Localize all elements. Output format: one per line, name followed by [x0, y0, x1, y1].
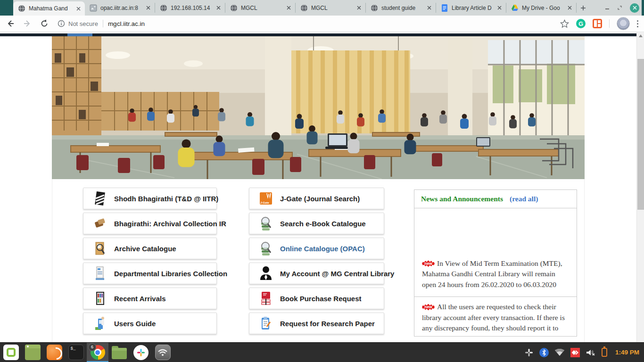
link-label: Search e-Book Catalogue — [280, 220, 366, 228]
close-icon[interactable] — [566, 4, 573, 12]
link-book-purchase[interactable]: Book Purchase Request — [249, 288, 384, 309]
bookmark-star-icon[interactable] — [560, 19, 569, 28]
tab-ip-address[interactable]: 192.168.105.14 — [155, 3, 225, 13]
guide-kiosk-icon — [94, 315, 106, 331]
thesis-stack-icon — [94, 190, 106, 206]
volume-muted-icon[interactable] — [586, 349, 595, 356]
link-research-paper-request[interactable]: Request for Research Paper — [249, 313, 384, 334]
security-label: Not secure — [68, 20, 98, 27]
anydesk-icon[interactable] — [570, 348, 580, 357]
tab-title: Library Article D — [452, 5, 495, 11]
close-icon[interactable] — [215, 4, 222, 12]
grammarly-extension-icon[interactable]: G — [576, 19, 586, 28]
bluetooth-icon[interactable] — [539, 348, 549, 357]
close-icon[interactable] — [425, 4, 433, 12]
tab-mgcl-1[interactable]: MGCL — [225, 3, 296, 13]
bookshelf-icon — [94, 290, 106, 306]
firefox-icon — [47, 345, 62, 360]
close-icon[interactable] — [285, 4, 292, 12]
terminal-launcher[interactable]: $_ — [65, 343, 87, 362]
scrollbar-thumb[interactable] — [637, 59, 644, 210]
divider — [609, 19, 610, 28]
user-silhouette-icon — [260, 265, 272, 281]
profile-avatar[interactable] — [617, 17, 630, 30]
close-icon[interactable] — [495, 4, 503, 12]
minimize-button[interactable] — [605, 6, 610, 10]
network-tool-launcher[interactable] — [152, 343, 173, 362]
link-label: Archive Catalogue — [114, 245, 176, 253]
tab-opac[interactable]: opac.iitr.ac.in:8 — [85, 3, 155, 13]
folder-icon — [112, 348, 127, 359]
terminal-icon: $_ — [68, 345, 84, 360]
link-my-account[interactable]: My Account @ MG Central Library — [249, 263, 384, 284]
tab-my-drive[interactable]: My Drive - Goo — [506, 3, 577, 13]
firefox-launcher[interactable] — [43, 343, 65, 362]
address-bar[interactable]: Not secure mgcl.iitr.ac.in — [58, 17, 560, 30]
link-bhagirathi-archival[interactable]: Bhagirathi: Archival Collection IR — [83, 213, 217, 234]
tab-title: MGCL — [241, 5, 285, 11]
battery-icon[interactable] — [602, 348, 607, 357]
window-controls — [605, 0, 639, 16]
info-icon[interactable] — [58, 20, 65, 27]
google-drive-icon — [511, 4, 519, 12]
close-icon[interactable] — [355, 4, 363, 12]
news-panel: News and Announcements (read all) newIn … — [414, 189, 577, 337]
window-frame-corner — [642, 0, 644, 16]
new-badge: new — [422, 260, 435, 267]
browser-toolbar: Not secure mgcl.iitr.ac.in G — [0, 16, 644, 32]
tab-title: My Drive - Goo — [522, 5, 566, 11]
close-icon[interactable] — [144, 4, 152, 12]
page-scrollbar[interactable] — [636, 32, 644, 342]
library-hero-photo — [52, 36, 585, 179]
back-button[interactable] — [4, 17, 17, 30]
restore-button[interactable] — [617, 5, 622, 10]
tab-mahatma-gandhi-library[interactable]: Mahatma Gand — [13, 1, 85, 16]
file-manager-launcher[interactable] — [108, 343, 130, 362]
link-jgate[interactable]: J-Gate J-Gate (Journal Search) — [249, 188, 384, 209]
show-desktop-button[interactable] — [22, 343, 43, 362]
new-tab-button[interactable] — [577, 0, 590, 16]
jgate-icon-text: J-Gate — [260, 201, 269, 204]
link-archive-catalogue[interactable]: Archive Catalogue — [83, 238, 217, 259]
link-label: Departmental Libraries Collection — [114, 270, 227, 278]
tab-library-article[interactable]: Library Article D — [436, 3, 506, 13]
globe-icon — [230, 4, 238, 12]
menu-button-mint[interactable] — [0, 343, 22, 362]
link-shodh-bhagirathi[interactable]: Shodh Bhagirathi (T&D @ IITR) — [83, 188, 217, 209]
chrome-window-button[interactable]: 6 — [87, 343, 108, 362]
mint-logo-icon — [3, 345, 19, 360]
slack-tray-icon[interactable] — [525, 348, 533, 357]
url-text[interactable]: mgcl.iitr.ac.in — [108, 20, 145, 27]
close-icon[interactable] — [74, 5, 82, 12]
news-item-text: All the users are requested to check the… — [422, 303, 565, 337]
taskbar-clock[interactable]: 1:49 PM — [615, 349, 639, 356]
scroll-up-arrow-icon[interactable] — [639, 34, 643, 37]
link-departmental-libraries[interactable]: Departmental Libraries Collection — [83, 263, 217, 284]
extension-icon[interactable] — [593, 19, 602, 28]
link-users-guide[interactable]: Users Guide — [83, 313, 217, 334]
link-label: My Account @ MG Central Library — [280, 270, 394, 278]
tab-student-guide[interactable]: student guide — [366, 3, 436, 13]
link-recent-arrivals[interactable]: Recent Arrivals — [83, 288, 217, 309]
read-all-link[interactable]: (read all) — [510, 195, 538, 203]
reload-button[interactable] — [38, 17, 51, 30]
library-photo-illustration — [52, 36, 585, 179]
tab-list: Mahatma Gand opac.iitr.ac.in:8 192.168 — [13, 0, 590, 16]
link-ebook-catalogue[interactable]: Search e-Book Catalogue — [249, 213, 384, 234]
link-opac[interactable]: Online Catalogue (OPAC) — [249, 238, 384, 259]
screen: Mahatma Gand opac.iitr.ac.in:8 192.168 — [0, 0, 644, 362]
tab-mgcl-2[interactable]: MGCL — [296, 3, 366, 13]
link-label: Shodh Bhagirathi (T&D @ IITR) — [114, 195, 218, 203]
archival-box-icon — [94, 215, 106, 231]
slack-launcher[interactable] — [130, 343, 152, 362]
news-item: newAll the users are requested to check … — [414, 297, 577, 337]
browser-menu-icon[interactable] — [637, 20, 638, 27]
google-docs-icon — [441, 4, 448, 12]
window-close-button[interactable] — [630, 3, 639, 13]
forward-button[interactable] — [21, 17, 34, 30]
news-item-text: In View of Mid Term Examination (MTE), M… — [422, 259, 562, 288]
globe-icon — [160, 4, 167, 12]
toolbar-right-icons: G — [560, 17, 638, 30]
wifi-status-icon[interactable] — [555, 349, 564, 356]
new-badge: new — [422, 304, 435, 311]
